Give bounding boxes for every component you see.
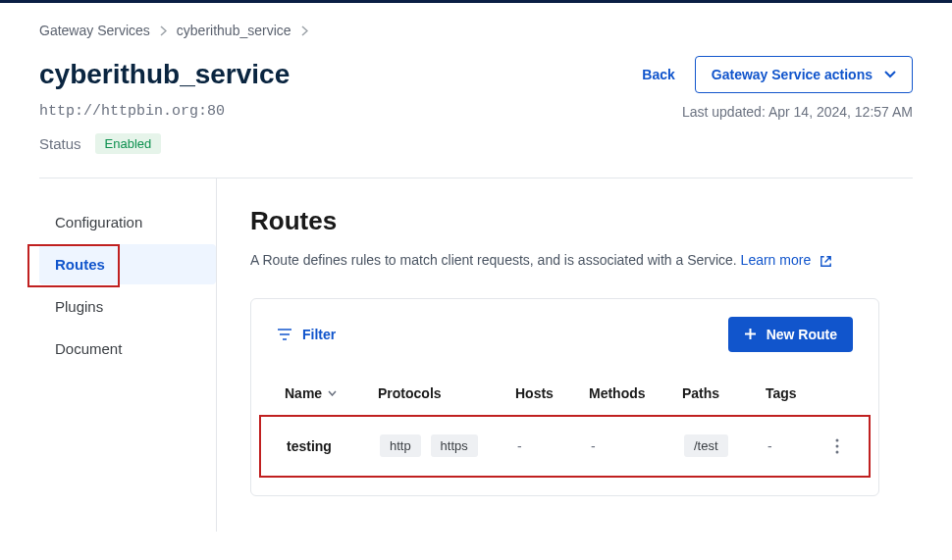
sort-icon bbox=[328, 390, 337, 396]
plus-icon bbox=[744, 328, 757, 340]
page-title: cyberithub_service bbox=[39, 59, 290, 90]
filter-button[interactable]: Filter bbox=[277, 327, 336, 342]
breadcrumb: Gateway Services cyberithub_service bbox=[39, 23, 913, 38]
cell-hosts: - bbox=[517, 438, 591, 454]
filter-icon bbox=[277, 328, 292, 341]
sidebar-item-routes[interactable]: Routes bbox=[39, 244, 216, 284]
section-title: Routes bbox=[250, 206, 879, 236]
chevron-down-icon bbox=[884, 71, 896, 78]
table-row[interactable]: testing http https - - /test - bbox=[259, 415, 871, 478]
column-hosts: Hosts bbox=[515, 385, 589, 401]
learn-more-link[interactable]: Learn more bbox=[741, 252, 833, 268]
new-route-label: New Route bbox=[767, 327, 837, 342]
sidebar-item-plugins[interactable]: Plugins bbox=[39, 286, 216, 327]
breadcrumb-current[interactable]: cyberithub_service bbox=[177, 23, 291, 38]
chevron-right-icon bbox=[160, 25, 167, 36]
cell-tags: - bbox=[767, 438, 831, 454]
column-methods: Methods bbox=[589, 385, 682, 401]
column-tags: Tags bbox=[766, 385, 829, 401]
filter-label: Filter bbox=[302, 327, 336, 342]
svg-point-7 bbox=[836, 450, 839, 453]
cell-paths: /test bbox=[684, 434, 767, 457]
cell-name: testing bbox=[287, 438, 380, 454]
sidebar-item-configuration[interactable]: Configuration bbox=[39, 202, 216, 242]
svg-point-6 bbox=[836, 444, 839, 447]
sidebar: Configuration Routes Plugins Document bbox=[39, 178, 217, 532]
cell-methods: - bbox=[591, 438, 684, 454]
sidebar-item-document[interactable]: Document bbox=[39, 329, 216, 369]
breadcrumb-root[interactable]: Gateway Services bbox=[39, 23, 150, 38]
svg-point-5 bbox=[836, 438, 839, 441]
row-actions-button[interactable] bbox=[831, 434, 843, 458]
service-actions-label: Gateway Service actions bbox=[712, 67, 873, 82]
new-route-button[interactable]: New Route bbox=[728, 317, 853, 352]
status-badge: Enabled bbox=[95, 133, 162, 154]
service-url: http://httpbin.org:80 bbox=[39, 103, 225, 120]
back-button[interactable]: Back bbox=[642, 67, 674, 82]
status-label: Status bbox=[39, 135, 81, 152]
table-header: Name Protocols Hosts Methods Paths Tags bbox=[255, 372, 874, 415]
protocol-chip: https bbox=[431, 434, 478, 457]
chevron-right-icon bbox=[301, 25, 308, 36]
column-protocols: Protocols bbox=[378, 385, 515, 401]
service-actions-button[interactable]: Gateway Service actions bbox=[695, 56, 913, 93]
protocol-chip: http bbox=[380, 434, 421, 457]
column-name[interactable]: Name bbox=[285, 385, 378, 401]
cell-protocols: http https bbox=[380, 434, 517, 457]
external-link-icon bbox=[819, 254, 833, 269]
last-updated: Last updated: Apr 14, 2024, 12:57 AM bbox=[682, 104, 913, 120]
path-chip: /test bbox=[684, 434, 728, 457]
routes-table: Name Protocols Hosts Methods Paths Tags bbox=[251, 362, 878, 495]
section-description: A Route defines rules to match client re… bbox=[250, 252, 879, 269]
column-paths: Paths bbox=[682, 385, 766, 401]
